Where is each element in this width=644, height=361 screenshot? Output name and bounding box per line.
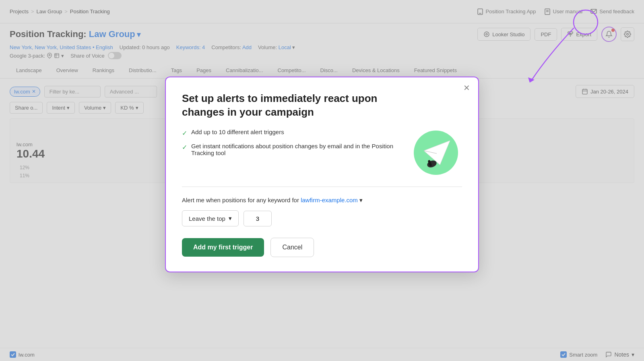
feature-text-1: Add up to 10 different alert triggers bbox=[191, 129, 284, 135]
feature-check-icon-1: ✓ bbox=[182, 129, 187, 137]
feature-item-2: ✓ Get instant notifications about positi… bbox=[182, 143, 410, 156]
modal-divider bbox=[182, 187, 462, 187]
cancel-button[interactable]: Cancel bbox=[270, 238, 314, 257]
domain-link[interactable]: lawfirm-example.com bbox=[301, 197, 358, 203]
alert-modal: ✕ Set up alerts to immediately react upo… bbox=[165, 77, 479, 273]
feature-check-icon-2: ✓ bbox=[182, 143, 187, 151]
add-trigger-button[interactable]: Add my first trigger bbox=[182, 238, 264, 257]
alert-controls: Leave the top ▾ bbox=[182, 210, 462, 226]
position-dropdown[interactable]: Leave the top ▾ bbox=[182, 210, 239, 226]
modal-backdrop: ✕ Set up alerts to immediately react upo… bbox=[0, 0, 644, 361]
modal-body: ✓ Add up to 10 different alert triggers … bbox=[182, 129, 462, 177]
feature-item-1: ✓ Add up to 10 different alert triggers bbox=[182, 129, 410, 137]
modal-close-button[interactable]: ✕ bbox=[463, 84, 470, 92]
position-dropdown-icon: ▾ bbox=[229, 215, 232, 222]
modal-title: Set up alerts to immediately react upon … bbox=[182, 92, 391, 119]
alert-setup-text: Alert me when positions for any keyword … bbox=[182, 197, 462, 204]
modal-illustration bbox=[410, 129, 462, 177]
modal-features: ✓ Add up to 10 different alert triggers … bbox=[182, 129, 410, 162]
feature-text-2: Get instant notifications about position… bbox=[191, 143, 410, 156]
position-number-input[interactable] bbox=[244, 211, 272, 226]
dropdown-chevron: ▾ bbox=[359, 197, 363, 203]
modal-actions: Add my first trigger Cancel bbox=[182, 238, 462, 257]
